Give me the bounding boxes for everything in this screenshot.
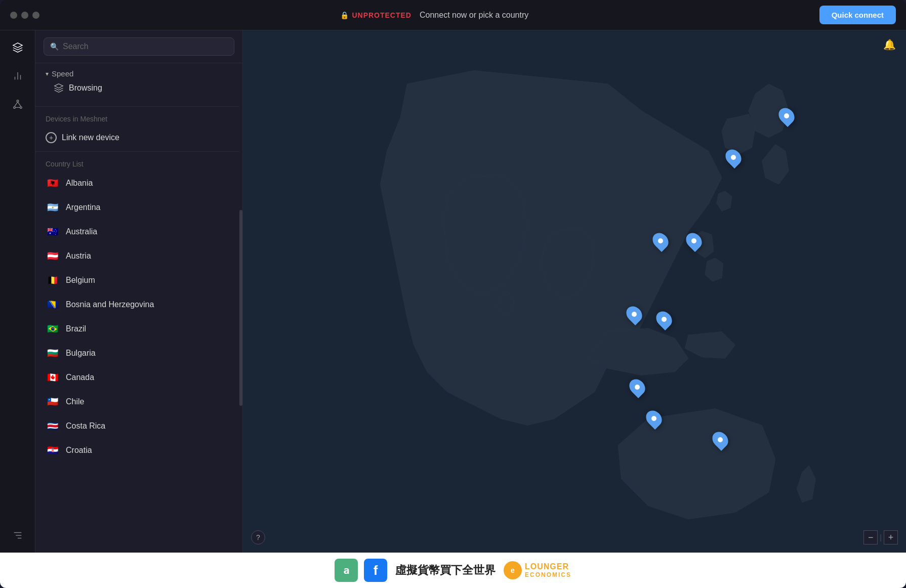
country-name: Costa Rica [66,422,105,431]
browsing-icon [54,83,64,93]
country-flag: 🇧🇦 [46,298,60,312]
country-flag: 🇧🇪 [46,273,60,287]
zoom-plus-button[interactable]: + [884,530,898,544]
map-pin-5 [627,306,641,323]
country-item-australia[interactable]: 🇦🇺 Australia [35,220,242,244]
map-pin-1 [779,107,794,124]
country-name: Canada [66,373,94,382]
logo-green: a [335,559,358,582]
window-maximize-btn[interactable] [32,12,39,19]
country-name: Austria [66,251,91,261]
country-name: Bulgaria [66,349,96,358]
speed-section: ▾ Speed Browsing [35,63,242,104]
logo-facebook: f [364,559,387,582]
svg-point-4 [17,100,19,102]
country-item-bosnia-and-herzegovina[interactable]: 🇧🇦 Bosnia and Herzegovina [35,292,242,317]
scrollbar-track[interactable] [239,63,242,553]
search-input-wrapper[interactable]: 🔍 [44,37,234,56]
country-flag: 🇦🇺 [46,225,60,239]
speed-header[interactable]: ▾ Speed [46,69,232,78]
country-name: Brazil [66,324,86,333]
country-flag: 🇨🇷 [46,419,60,433]
svg-point-6 [20,107,22,109]
map-area: ? − | + 🔔 [243,30,906,553]
svg-line-7 [14,102,17,106]
notification-icon[interactable]: 🔔 [883,38,896,51]
speed-chevron: ▾ [46,70,49,77]
lock-icon: 🔒 [340,11,349,19]
link-device-label: Link new device [62,133,119,142]
bottom-logos: a f [335,559,387,582]
window-controls [10,12,39,19]
browsing-label: Browsing [69,83,102,93]
map-pin-3 [653,232,668,249]
svg-point-5 [13,107,15,109]
country-name: Chile [66,397,84,406]
world-map-svg [243,30,906,553]
country-name: Bosnia and Herzegovina [66,300,154,309]
link-device-item[interactable]: + Link new device [35,126,242,149]
country-name: Australia [66,227,97,236]
country-name: Argentina [66,203,101,212]
svg-line-8 [18,102,21,106]
map-pin-2 [726,149,740,166]
country-item-bulgaria[interactable]: 🇧🇬 Bulgaria [35,341,242,365]
meshnet-label: Devices in Meshnet [35,109,242,126]
map-zoom-controls: − | + [863,530,898,544]
sidebar-icon-meshnet[interactable] [9,95,27,113]
search-input[interactable] [63,42,228,51]
country-flag: 🇦🇱 [46,176,60,190]
country-name: Croatia [66,446,92,455]
country-item-chile[interactable]: 🇨🇱 Chile [35,390,242,414]
section-divider-2 [35,151,242,152]
map-pin-7 [630,379,644,396]
svg-marker-0 [13,43,22,48]
country-item-belgium[interactable]: 🇧🇪 Belgium [35,268,242,292]
country-flag: 🇨🇦 [46,370,60,385]
country-item-brazil[interactable]: 🇧🇷 Brazil [35,317,242,341]
bottom-bar: a f 虛擬貨幣買下全世界 e LOUNGER ECONOMICS [0,553,906,588]
sidebar-icon-settings[interactable] [9,526,27,544]
bottom-text-zh: 虛擬貨幣買下全世界 [395,563,496,578]
country-flag: 🇦🇹 [46,249,60,263]
country-list-label: Country List [35,154,242,171]
window-close-btn[interactable] [10,12,17,19]
status-unprotected: 🔒 UNPROTECTED [340,11,411,19]
search-bar: 🔍 [35,30,242,63]
zoom-separator: | [880,533,882,541]
sidebar-icon-stats[interactable] [9,67,27,85]
unprotected-label: UNPROTECTED [352,11,411,19]
link-device-icon: + [46,132,57,143]
country-item-albania[interactable]: 🇦🇱 Albania [35,171,242,195]
title-bar: 🔒 UNPROTECTED Connect now or pick a coun… [0,0,906,30]
window-minimize-btn[interactable] [21,12,28,19]
map-pin-6 [657,311,671,328]
country-list: 🇦🇱 Albania 🇦🇷 Argentina 🇦🇺 Australia 🇦🇹 … [35,171,242,463]
quick-connect-button[interactable]: Quick connect [819,6,896,24]
zoom-minus-button[interactable]: − [863,530,878,544]
map-pin-4 [687,232,701,249]
lounger-circle: e [504,561,522,579]
scrollbar-thumb[interactable] [239,210,242,406]
main-content: 🔍 ▾ Speed [0,30,906,553]
country-flag: 🇧🇬 [46,346,60,360]
country-item-argentina[interactable]: 🇦🇷 Argentina [35,195,242,220]
map-pin-9 [713,431,727,448]
app-window: 🔒 UNPROTECTED Connect now or pick a coun… [0,0,906,588]
country-flag: 🇦🇷 [46,200,60,215]
lounger-logo: e LOUNGER ECONOMICS [504,561,571,579]
search-icon: 🔍 [50,43,59,51]
sidebar-icons [0,30,35,553]
country-flag: 🇭🇷 [46,443,60,457]
country-item-costa-rica[interactable]: 🇨🇷 Costa Rica [35,414,242,438]
sidebar-icon-layers[interactable] [9,38,27,57]
left-panel: 🔍 ▾ Speed [35,30,243,553]
country-item-canada[interactable]: 🇨🇦 Canada [35,365,242,390]
panel-scroll[interactable]: ▾ Speed Browsing Devices in Meshnet [35,63,242,553]
country-item-croatia[interactable]: 🇭🇷 Croatia [35,438,242,463]
map-help-button[interactable]: ? [251,530,265,544]
country-item-austria[interactable]: 🇦🇹 Austria [35,244,242,268]
browsing-item[interactable]: Browsing [46,78,232,98]
speed-label: Speed [52,69,73,78]
title-bar-center: 🔒 UNPROTECTED Connect now or pick a coun… [50,11,819,20]
